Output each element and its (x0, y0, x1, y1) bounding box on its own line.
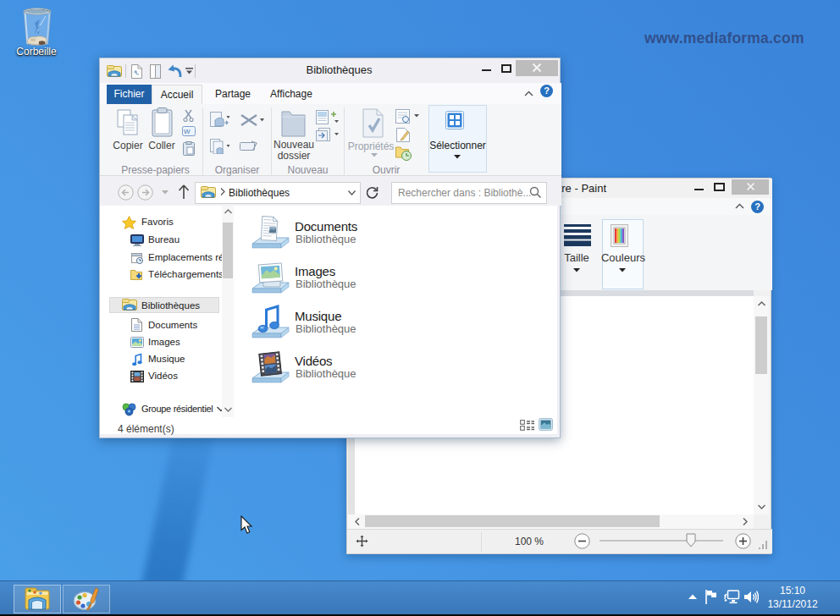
svg-text:W: W (184, 128, 191, 135)
